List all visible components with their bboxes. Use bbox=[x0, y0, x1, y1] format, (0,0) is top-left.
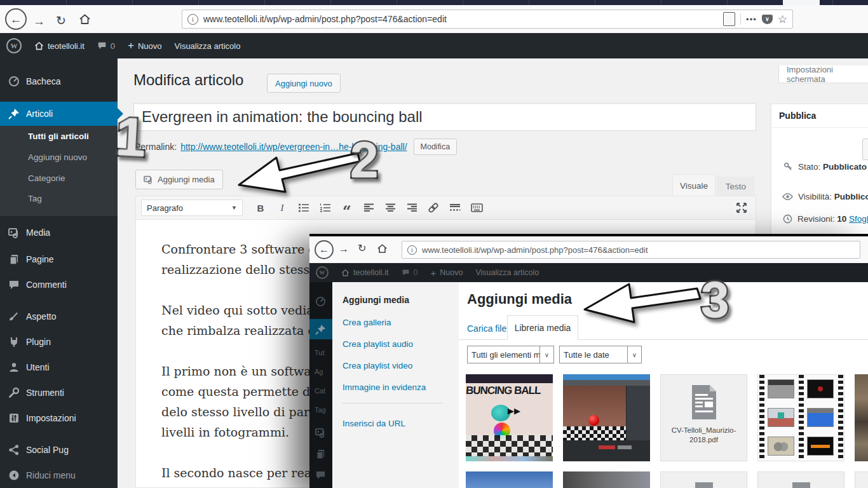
media-item-document[interactable] bbox=[757, 471, 844, 488]
sidebar-item-impostazioni[interactable]: Impostazioni bbox=[0, 407, 118, 430]
blockquote-button[interactable]: “ bbox=[337, 196, 357, 219]
comments-menu[interactable]: 0 bbox=[91, 33, 121, 58]
align-right-button[interactable] bbox=[402, 200, 422, 216]
modal-menu-crea-playlist-audio[interactable]: Crea playlist audio bbox=[342, 339, 413, 349]
status-label: Stato: bbox=[798, 162, 820, 172]
forward-button[interactable]: → bbox=[339, 244, 349, 254]
modal-menu-crea-playlist-video[interactable]: Crea playlist video bbox=[342, 361, 412, 370]
dashboard-icon bbox=[315, 296, 326, 307]
sidebar-item-categorie[interactable]: Categorie bbox=[28, 173, 65, 183]
sidebar-item-pagine[interactable]: Pagine bbox=[0, 248, 118, 271]
back-button[interactable]: ← bbox=[315, 240, 334, 259]
back-button[interactable]: ← bbox=[5, 8, 27, 30]
annotation-number-1: 1 bbox=[114, 109, 147, 165]
site-info-icon[interactable]: i bbox=[407, 245, 417, 255]
forward-button[interactable]: → bbox=[33, 15, 45, 27]
page-actions-icon[interactable]: ••• bbox=[746, 15, 757, 24]
media-item-document[interactable] bbox=[855, 471, 868, 488]
url-bar[interactable]: i www.teotelloli.it/wp/wp-admin/post.php… bbox=[182, 10, 793, 29]
sidebar-item-plugin[interactable]: Plugin bbox=[0, 330, 118, 353]
settings-sliders-icon bbox=[8, 412, 20, 424]
url-text[interactable]: www.teotelloli.it/wp/wp-admin/post.php?p… bbox=[422, 245, 855, 255]
modal-menu-divider bbox=[342, 403, 443, 403]
bookmark-star-icon[interactable]: ☆ bbox=[778, 13, 787, 26]
media-type-filter[interactable]: Tutti gli elementi me ∨ bbox=[467, 346, 554, 363]
sidebar-item-riduci-menu[interactable]: Riduci menu bbox=[0, 464, 118, 487]
media-item-sky-photo[interactable] bbox=[466, 471, 553, 488]
media-item-arch-photo[interactable] bbox=[855, 374, 868, 461]
toolbar-toggle-button[interactable] bbox=[466, 200, 487, 216]
italic-button[interactable]: I bbox=[272, 200, 292, 216]
reload-button[interactable]: ↻ bbox=[56, 15, 66, 27]
new-content-menu[interactable]: + Nuovo bbox=[424, 263, 470, 282]
sidebar-item-social-pug[interactable]: Social Pug bbox=[0, 438, 118, 461]
numbered-list-button[interactable] bbox=[315, 200, 336, 216]
align-left-button[interactable] bbox=[358, 200, 379, 216]
modal-menu-immagine-in-evidenza[interactable]: Immagine in evidenza bbox=[342, 383, 426, 392]
preview-button[interactable] bbox=[862, 139, 868, 160]
reload-button[interactable]: ↻ bbox=[358, 243, 366, 254]
sidebar-item-aspetto[interactable]: Aspetto bbox=[0, 305, 118, 328]
site-info-icon[interactable]: i bbox=[187, 14, 198, 25]
sidebar-item-tutti-gli-articoli[interactable]: Tutti gli articoli bbox=[28, 132, 89, 141]
link-button[interactable] bbox=[423, 200, 444, 216]
view-post-link[interactable]: Visualizza articolo bbox=[469, 263, 545, 282]
site-menu[interactable]: teotelloli.it bbox=[335, 263, 395, 282]
add-new-button[interactable]: Aggiungi nuovo bbox=[267, 74, 341, 93]
tab-carica-file[interactable]: Carica file bbox=[467, 323, 506, 334]
format-select[interactable]: Paragrafo ▼ bbox=[141, 200, 243, 216]
reader-mode-icon[interactable] bbox=[723, 12, 735, 26]
fullscreen-button[interactable] bbox=[735, 201, 749, 215]
new-content-menu[interactable]: + Nuovo bbox=[121, 33, 168, 58]
media-type-filter-value: Tutti gli elementi me bbox=[468, 350, 539, 360]
media-item-bouncing-ball[interactable]: BUNCING BALL ▶▶ bbox=[466, 374, 553, 461]
sidebar-item-articoli[interactable]: Articoli bbox=[0, 102, 118, 126]
modal-menu-inserisci-da-url[interactable]: Inserisci da URL bbox=[342, 419, 405, 428]
sidebar-item-commenti[interactable]: Commenti bbox=[0, 273, 118, 296]
editor-toolbar: Paragrafo ▼ B I “ bbox=[135, 196, 756, 220]
view-post-link[interactable]: Visualizza articolo bbox=[168, 33, 247, 58]
media-item-document[interactable] bbox=[660, 471, 747, 488]
play-icon: ▶▶ bbox=[508, 406, 520, 416]
add-media-button[interactable]: Aggiungi media bbox=[135, 170, 223, 189]
sidebar-item-aggiungi-nuovo[interactable]: Aggiungi nuovo bbox=[28, 152, 87, 162]
tab-text[interactable]: Testo bbox=[717, 177, 755, 196]
wp-logo-menu[interactable]: W bbox=[0, 33, 28, 58]
bullet-list-button[interactable] bbox=[294, 200, 314, 216]
url-text[interactable]: www.teotelloli.it/wp/wp-admin/post.php?p… bbox=[203, 14, 718, 24]
media-item-3d-software[interactable] bbox=[563, 374, 650, 461]
bold-button[interactable]: B bbox=[250, 200, 271, 216]
wp-logo-menu[interactable]: W bbox=[309, 263, 335, 282]
active-tab[interactable] bbox=[783, 0, 820, 5]
modal-menu-crea-galleria[interactable]: Crea galleria bbox=[342, 318, 391, 327]
media-item-video-sheet[interactable] bbox=[757, 374, 844, 461]
home-button[interactable] bbox=[79, 13, 91, 25]
plus-icon: + bbox=[128, 39, 134, 52]
align-center-button[interactable] bbox=[380, 200, 400, 216]
media-item-pdf[interactable]: CV-Telloli_Maurizio-2018.pdf bbox=[660, 374, 747, 461]
pocket-icon[interactable]: ∨ bbox=[762, 15, 773, 24]
screen-options-tab[interactable]: Impostazioni schermata bbox=[778, 65, 868, 83]
read-more-tag-button[interactable] bbox=[445, 200, 465, 216]
edit-permalink-button[interactable]: Modifica bbox=[414, 139, 458, 155]
media-item-gray-photo[interactable] bbox=[563, 471, 650, 488]
read-more-icon bbox=[449, 203, 461, 212]
site-menu[interactable]: teotelloli.it bbox=[28, 33, 91, 58]
sidebar-label: Media bbox=[26, 227, 50, 238]
browser-tab-strip[interactable] bbox=[0, 0, 868, 5]
pdf-caption: CV-Telloli_Maurizio-2018.pdf bbox=[667, 426, 742, 445]
url-bar[interactable]: i www.teotelloli.it/wp/wp-admin/post.php… bbox=[402, 241, 860, 259]
sidebar-item-utenti[interactable]: Utenti bbox=[0, 356, 118, 379]
sidebar-item-strumenti[interactable]: Strumenti bbox=[0, 381, 118, 404]
home-button[interactable] bbox=[377, 243, 388, 254]
sidebar-item-media[interactable]: Media bbox=[0, 221, 118, 244]
sidebar-item-tag[interactable]: Tag bbox=[28, 194, 42, 203]
browse-revisions-link[interactable]: Sfoglia bbox=[849, 214, 868, 224]
add-media-icon bbox=[144, 175, 154, 184]
post-title-input[interactable]: Evergreen in animation: the bouncing bal… bbox=[133, 103, 756, 131]
tab-visual[interactable]: Visuale bbox=[672, 174, 715, 196]
tab-libreria-media[interactable]: Libreria media bbox=[507, 315, 578, 340]
comments-menu[interactable]: 0 bbox=[395, 263, 424, 282]
sidebar-item-bacheca[interactable]: Bacheca bbox=[0, 70, 118, 93]
media-date-filter[interactable]: Tutte le date ∨ bbox=[559, 346, 642, 363]
